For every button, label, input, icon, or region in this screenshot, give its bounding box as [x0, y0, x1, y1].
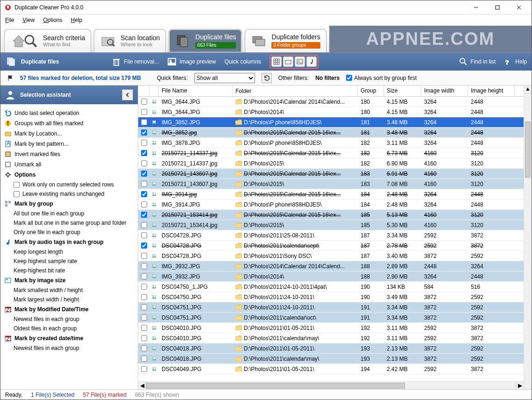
row-checkbox[interactable]: [141, 263, 147, 269]
row-checkbox[interactable]: [141, 273, 147, 279]
collapse-sidebar-button[interactable]: [122, 89, 133, 100]
help-button[interactable]: ? Help: [504, 57, 527, 66]
menu-options[interactable]: Options: [43, 17, 62, 23]
row-checkbox[interactable]: [141, 253, 147, 259]
menu-help[interactable]: Help: [71, 17, 83, 23]
row-checkbox[interactable]: [141, 119, 147, 125]
column-header-height[interactable]: Image height: [468, 86, 515, 96]
sidebar-item[interactable]: Undo last select operation: [3, 108, 135, 118]
table-row[interactable]: DSC04010.JPGD:\Photos\2011\01-05-2011\19…: [138, 323, 524, 333]
row-checkbox[interactable]: [141, 140, 147, 146]
table-row[interactable]: IMG_3878.JPGD:\Photos\P phone\858HDJES\1…: [138, 138, 524, 148]
table-row[interactable]: IMG_3914.JPGD:\Photos\P phone\858HDJES\1…: [138, 200, 524, 210]
vertical-scrollbar[interactable]: ▲: [524, 86, 532, 389]
row-checkbox[interactable]: [141, 314, 147, 321]
row-checkbox[interactable]: [141, 284, 147, 290]
table-row[interactable]: 20150721_153414.jpgD:\Photos\2015\1855.3…: [138, 220, 524, 230]
table-row[interactable]: 20150721_153414.jpgD:\Photos\2015\Calend…: [138, 210, 524, 220]
quickcol-folder-button[interactable]: [283, 57, 293, 67]
find-in-list-button[interactable]: Find in list: [459, 57, 496, 66]
table-row[interactable]: 20150721_143607.jpgD:\Photos\2015\Calend…: [138, 169, 524, 179]
sidebar-item[interactable]: Newest files in each group: [3, 343, 135, 353]
table-row[interactable]: IMG_3932.JPGD:\Photos\2014\Calendar 2014…: [138, 261, 524, 271]
sidebar-item[interactable]: Mark all but one in the same group and f…: [3, 218, 135, 228]
sidebar-item[interactable]: !Groups with all files marked: [3, 118, 135, 129]
sidebar-item[interactable]: Leave existing marks unchanged: [3, 189, 135, 199]
row-checkbox[interactable]: [141, 150, 147, 156]
table-row[interactable]: IMG_3914.jpgD:\Photos\2015\Calendar 2015…: [138, 189, 524, 200]
column-checkbox[interactable]: [138, 86, 149, 96]
row-checkbox[interactable]: [141, 171, 147, 177]
sidebar-item[interactable]: Options: [3, 170, 135, 180]
row-checkbox[interactable]: [141, 243, 147, 249]
sidebar-item[interactable]: Newest files in each group: [3, 314, 135, 324]
table-row[interactable]: DSC04728.JPGD:\Photos\2011\25-08-2011\18…: [138, 230, 524, 241]
row-checkbox[interactable]: [141, 181, 147, 187]
table-row[interactable]: IMG_3644.JPGD:\Photos\2014\1804.15 MB326…: [138, 107, 524, 117]
table-row[interactable]: IMG_3932.JPGD:\Photos\2014\1882.90 MB326…: [138, 271, 524, 282]
row-checkbox[interactable]: [141, 99, 147, 105]
menu-file[interactable]: File: [5, 17, 14, 23]
column-header-size[interactable]: Size: [384, 86, 421, 96]
table-row[interactable]: 20150721_114337.jpgD:\Photos\2015\Calend…: [138, 148, 524, 158]
row-checkbox[interactable]: [141, 345, 147, 351]
sort-by-group-checkbox[interactable]: Always sort by group first: [346, 75, 417, 81]
table-row[interactable]: DSC04728.JPGD:\Photos\2011\calendar\sept…: [138, 241, 524, 251]
row-checkbox[interactable]: [141, 191, 147, 197]
sidebar-item[interactable]: Keep highest bit rate: [3, 266, 135, 275]
table-row[interactable]: DSC04018.JPGD:\Photos\2011\calendar\may\…: [138, 354, 524, 364]
sidebar-item[interactable]: Only one file in each group: [3, 228, 135, 237]
column-header-folder[interactable]: Folder: [233, 86, 358, 96]
column-fileicon[interactable]: [149, 86, 159, 96]
tab-search-criteria[interactable]: Search criteriaWhat to find: [4, 29, 91, 52]
table-body[interactable]: IMG_3644.JPGD:\Photos\2014\Calendar 2014…: [138, 97, 524, 381]
row-checkbox[interactable]: [141, 294, 147, 300]
table-row[interactable]: DSC04751.JPGD:\Photos\2011\calendar\oct\…: [138, 313, 524, 323]
table-row[interactable]: DSC04750.JPGD:\Photos\2011\24-10-2011\19…: [138, 292, 524, 302]
file-removal-button[interactable]: File removal...: [112, 57, 159, 66]
table-row[interactable]: DSC04751.JPGD:\Photos\2011\24-10-2011\19…: [138, 302, 524, 313]
sidebar-item[interactable]: Keep longest length: [3, 247, 135, 257]
sidebar-item[interactable]: All but one file in each group: [3, 209, 135, 218]
row-checkbox[interactable]: [141, 366, 147, 372]
quickcol-image-button[interactable]: [295, 57, 305, 67]
sidebar-item[interactable]: Unmark all: [3, 159, 135, 170]
row-checkbox[interactable]: [141, 232, 147, 238]
table-row[interactable]: DSC04049.JPGD:\Photos\2011\01-05-2011\19…: [138, 364, 524, 374]
quick-filter-select[interactable]: Show all: [194, 73, 255, 83]
table-row[interactable]: IMG_3644.JPGD:\Photos\2014\Calendar 2014…: [138, 97, 524, 107]
row-checkbox[interactable]: [141, 335, 147, 341]
image-preview-button[interactable]: Image preview: [167, 57, 216, 66]
column-header-group[interactable]: Group: [358, 86, 384, 96]
maximize-button[interactable]: [487, 1, 508, 14]
table-row[interactable]: IMG_3852.JPGD:\Photos\P phone\858HDJES\1…: [138, 117, 524, 128]
table-row[interactable]: 20150721_143607.jpgD:\Photos\2015\1837.0…: [138, 179, 524, 189]
tab-duplicate-files[interactable]: Duplicate files663 Files: [169, 29, 242, 52]
horizontal-scrollbar[interactable]: ◀ ▶: [138, 381, 524, 389]
table-row[interactable]: DSC04750_1.JPGD:\Photos\2011\24-10-2011\…: [138, 282, 524, 292]
sidebar-item[interactable]: Mark by Location...: [3, 129, 135, 139]
table-row[interactable]: DSC04728.JPGD:\Photos\2011\Sony DSC\1873…: [138, 251, 524, 261]
row-checkbox[interactable]: [141, 304, 147, 310]
sidebar-item[interactable]: Mark largest width / height: [3, 295, 135, 304]
row-checkbox[interactable]: [141, 212, 147, 218]
sidebar-item[interactable]: Work only on currently selected rows: [3, 180, 135, 189]
row-checkbox[interactable]: [141, 109, 147, 115]
table-row[interactable]: IMG_3852.jpgD:\Photos\2015\Calendar 2015…: [138, 128, 524, 138]
sidebar-item[interactable]: Mark smallest width / height: [3, 286, 135, 295]
refresh-button[interactable]: [262, 73, 272, 83]
row-checkbox[interactable]: [141, 129, 147, 136]
sidebar-item[interactable]: AMark by text pattern...: [3, 139, 135, 149]
row-checkbox[interactable]: [141, 222, 147, 228]
quickcol-grid-button[interactable]: [271, 57, 282, 67]
table-row[interactable]: 20150721_114337.jpgD:\Photos\2015\1826.9…: [138, 158, 524, 169]
menu-view[interactable]: View: [22, 17, 35, 23]
row-checkbox[interactable]: [141, 356, 147, 362]
row-checkbox[interactable]: [141, 325, 147, 331]
table-row[interactable]: DSC04018.JPGD:\Photos\2011\01-05-2011\19…: [138, 343, 524, 354]
row-checkbox[interactable]: [141, 201, 147, 207]
close-button[interactable]: [508, 1, 530, 14]
sidebar-item[interactable]: Invert marked files: [3, 149, 135, 159]
column-header-name[interactable]: File Name: [159, 86, 233, 96]
tab-duplicate-folders[interactable]: Duplicate folders0 Folder groups: [245, 29, 326, 52]
